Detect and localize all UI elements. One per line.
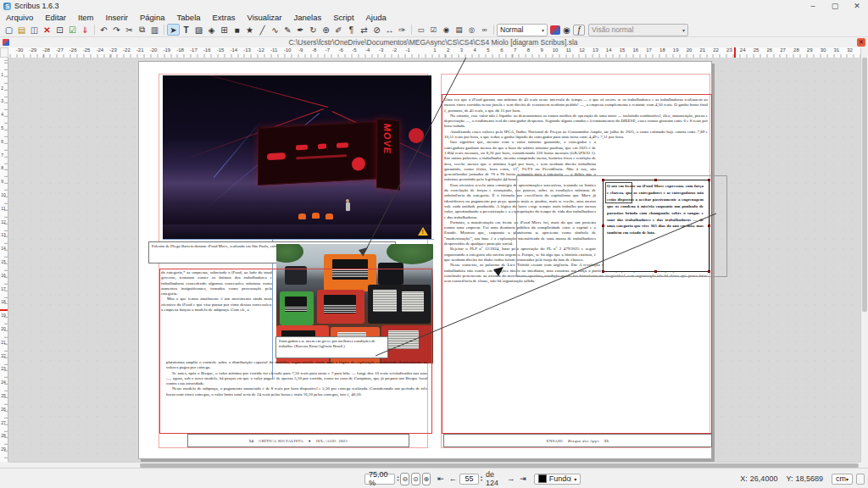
visual-appearance-select[interactable]: Visão normal ▾ (588, 24, 688, 36)
rotate-item-icon[interactable]: ↻ (307, 24, 320, 36)
save-icon[interactable]: ◫ (28, 24, 41, 36)
copy-icon[interactable]: ⧉ (136, 24, 148, 36)
menu-arquivo[interactable]: Arquivo (0, 13, 39, 22)
unit-select[interactable]: cm ▾ (832, 474, 853, 485)
pull-quote-frame[interactable]: O ato em frente ao iFood Move expressou,… (603, 180, 709, 272)
document-icon (3, 39, 9, 46)
last-page-button[interactable]: ⇥ (520, 474, 526, 483)
title-bar: S Scribus 1.6.3 – ▢ ✕ (0, 0, 868, 12)
next-page-button[interactable]: → (507, 474, 515, 483)
ruler-tick-label: 5 (1, 125, 3, 130)
cursor-y-value: 18,5689 (795, 474, 823, 483)
page-number-field[interactable]: 55 (459, 474, 479, 485)
document-close-button[interactable]: ✕ (857, 38, 865, 47)
minimize-button[interactable]: – (802, 0, 824, 12)
measurements-icon[interactable]: ↔ (383, 24, 396, 36)
menu-janelas[interactable]: Janelas (287, 13, 327, 22)
unlink-text-frames-icon[interactable]: ⊘ (370, 24, 383, 36)
open-document-icon[interactable]: ▤ (15, 24, 28, 36)
link-text-frames-icon[interactable]: ⇄ (358, 24, 370, 36)
insert-bezier-icon[interactable]: ∿ (269, 24, 281, 36)
pdf-radio-button-icon[interactable]: ◉ (440, 24, 453, 36)
pdf-push-button-icon[interactable]: ▭ (415, 24, 427, 36)
preview-mode-eye-icon[interactable]: ◉ (560, 24, 573, 36)
pdf-checkbox-icon[interactable]: ☑ (427, 24, 440, 36)
vertical-ruler[interactable]: 1234567891011121314151617181920212223242… (0, 58, 8, 462)
zoom-tool-icon[interactable]: ⊕ (320, 24, 332, 36)
vertical-scrollbar[interactable] (860, 47, 868, 462)
ruler-tick-label: 17 (1, 286, 6, 291)
stage-photo-frame[interactable]: MOVE (163, 75, 431, 239)
scribus-app-icon: S (3, 3, 11, 10)
ruler-tick-label: 25 (754, 47, 760, 53)
ruler-origin-button[interactable] (0, 47, 8, 58)
ruler-tick-label: -15 (217, 47, 225, 53)
chevron-down-icon: ▾ (846, 476, 849, 482)
cut-icon[interactable]: ✂ (123, 24, 136, 36)
pdf-link-annotation-icon[interactable]: ∞ (478, 24, 491, 36)
insert-image-frame-icon[interactable]: ▨ (192, 24, 205, 36)
zoom-100-icon[interactable]: ⊙ (411, 473, 420, 485)
view-level-select[interactable]: Normal ▾ (497, 24, 548, 36)
maximize-button[interactable]: ▢ (824, 0, 846, 12)
insert-line-icon[interactable]: ╱ (256, 24, 269, 36)
insert-shape-icon[interactable]: ■ (231, 24, 243, 36)
calligraphic-line-icon[interactable]: ✒ (294, 24, 307, 36)
first-page-button[interactable]: ⇤ (437, 474, 444, 483)
redo-icon[interactable]: ↷ (110, 24, 123, 36)
edit-in-preview-icon[interactable]: ƒ (573, 25, 585, 36)
select-tool-icon[interactable]: ➤ (167, 24, 180, 36)
menu-script[interactable]: Script (327, 13, 359, 22)
insert-render-frame-icon[interactable]: ◈ (205, 24, 218, 36)
insert-freehand-icon[interactable]: ✎ (281, 24, 294, 36)
layer-select[interactable]: Fundo ▾ (534, 474, 581, 485)
zoom-level-field[interactable]: 75,00 % (364, 474, 395, 485)
edit-contents-icon[interactable]: ✐ (332, 24, 345, 36)
document-canvas[interactable]: MOVE Palestra de Diego Barreto durante i… (8, 58, 860, 462)
horizontal-guide[interactable] (163, 239, 434, 240)
close-button[interactable]: ✕ (846, 0, 868, 12)
new-document-icon[interactable]: ▢ (3, 24, 15, 36)
preflight-verifier-icon[interactable]: ☑ (66, 24, 79, 36)
export-pdf-icon[interactable]: ⇓ (79, 24, 92, 36)
left-page-footer-frame[interactable]: 54 CRÍTICA SOCIALISTA ♦ JUL./AGO. 2025 (187, 434, 409, 447)
zoom-out-icon[interactable]: ⊖ (400, 473, 409, 485)
ruler-cursor-marker (734, 47, 736, 58)
page-spinner[interactable]: ▴▾ (481, 475, 482, 482)
story-editor-icon[interactable]: ¶ (345, 24, 358, 36)
page-spread[interactable]: MOVE Palestra de Diego Barreto durante i… (138, 61, 712, 459)
undo-icon[interactable]: ↶ (97, 24, 110, 36)
menu-bar: Arquivo Editar Item Inserir Página Tabel… (0, 12, 868, 23)
insert-text-frame-icon[interactable]: T (180, 24, 192, 36)
print-icon[interactable]: ⊡ (53, 24, 66, 36)
menu-pagina[interactable]: Página (134, 13, 171, 22)
zoom-in-icon[interactable]: ⊕ (422, 473, 431, 485)
pdf-list-box-icon[interactable]: ▤ (453, 24, 465, 36)
close-document-icon[interactable]: ✕ (41, 24, 53, 36)
previous-page-button[interactable]: ← (449, 474, 457, 483)
menu-editar[interactable]: Editar (39, 13, 72, 22)
move-sign-text: MOVE (382, 123, 392, 155)
led-screen (258, 121, 378, 185)
menu-inserir[interactable]: Inserir (100, 13, 134, 22)
body-paragraph: plataforma amplia o controle sobre a dis… (166, 360, 427, 371)
paste-icon[interactable]: ▥ (148, 24, 161, 36)
menu-extras[interactable]: Extras (207, 13, 242, 22)
left-fullwidth-text[interactable]: plataforma amplia o controle sobre a dis… (166, 360, 427, 397)
pdf-annotation-icon[interactable]: ◎ (465, 24, 478, 36)
ruler-tick-label: 6 (500, 47, 503, 53)
insert-polygon-icon[interactable]: ★ (243, 24, 256, 36)
ruler-tick-label: 3 (460, 47, 463, 53)
zoom-spinner[interactable]: ▴▾ (397, 475, 398, 482)
vertical-scrollbar-thumb[interactable] (862, 58, 867, 312)
left-column-text[interactable]: da categoria,* as empresas, sobretudo a … (161, 270, 272, 313)
image-effects-icon[interactable]: ▣ (550, 25, 560, 35)
ruler-tick-label: 27 (780, 47, 786, 53)
eyedropper-icon[interactable]: ✑ (396, 24, 409, 36)
menu-tabela[interactable]: Tabela (171, 13, 207, 22)
menu-visualizar[interactable]: Visualizar (241, 13, 287, 22)
menu-item[interactable]: Item (72, 13, 99, 22)
right-page-footer-frame[interactable]: ENSAIO Breque dos Apps 55 (443, 434, 712, 447)
menu-ajuda[interactable]: Ajuda (360, 13, 392, 22)
insert-table-icon[interactable]: ⊞ (218, 24, 231, 36)
